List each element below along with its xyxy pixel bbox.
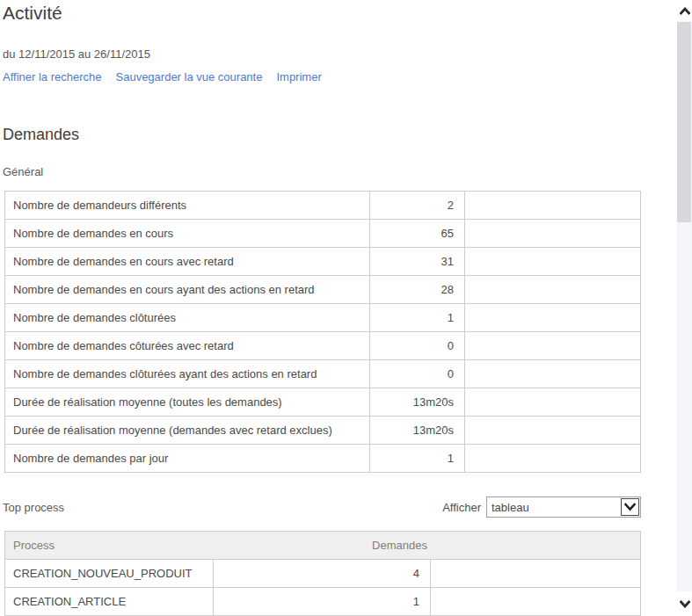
general-stats-table: Nombre de demandeurs différents2Nombre d… — [4, 191, 641, 473]
stat-value: 1 — [370, 304, 465, 331]
general-subheading: Général — [3, 165, 43, 178]
table-row: Nombre de demandes clôturées1 — [5, 304, 640, 332]
top-process-subheading: Top process — [3, 501, 64, 514]
scrollbar-thumb[interactable] — [677, 22, 691, 222]
chevron-down-icon[interactable] — [621, 498, 639, 516]
table-row: CREATION_NOUVEAU_PRODUIT4 — [5, 560, 640, 588]
stat-label: Nombre de demandes en cours avec retard — [5, 248, 370, 275]
display-mode-selected-value: tableau — [487, 501, 621, 514]
table-row: Nombre de demandeurs différents2 — [5, 192, 640, 220]
activity-report-page: Activité du 12/11/2015 au 26/11/2015 Aff… — [0, 0, 692, 616]
action-links: Affiner la recherche Sauvegarder la vue … — [3, 70, 322, 83]
empty-cell — [465, 192, 640, 219]
demandes-heading: Demandes — [3, 126, 79, 144]
stat-label: Nombre de demandeurs différents — [5, 192, 370, 219]
process-demandes-count: 4 — [214, 560, 431, 587]
table-row: Nombre de demandes côturées avec retard0 — [5, 332, 640, 360]
vertical-scrollbar[interactable] — [677, 0, 692, 616]
empty-cell — [465, 332, 640, 359]
empty-cell — [465, 417, 640, 444]
top-process-table-header: Process Demandes — [5, 532, 640, 560]
table-row: Nombre de demandes en cours ayant des ac… — [5, 276, 640, 304]
stat-label: Nombre de demandes clôturées — [5, 304, 370, 331]
stat-label: Nombre de demandes en cours — [5, 220, 370, 247]
stat-label: Durée de réalisation moyenne (demandes a… — [5, 417, 370, 444]
table-row: Nombre de demandes en cours65 — [5, 220, 640, 248]
empty-cell — [465, 304, 640, 331]
stat-value: 13m20s — [370, 388, 465, 416]
page-title: Activité — [3, 3, 62, 24]
empty-cell — [465, 276, 640, 303]
process-name: CREATION_ARTICLE — [5, 588, 214, 615]
stat-value: 31 — [370, 248, 465, 275]
stat-label: Durée de réalisation moyenne (toutes les… — [5, 388, 370, 416]
column-header-demandes: Demandes — [159, 539, 640, 552]
empty-cell — [465, 360, 640, 388]
empty-cell — [465, 445, 640, 472]
display-mode-label: Afficher — [442, 501, 481, 514]
display-mode-select[interactable]: tableau — [486, 496, 641, 518]
date-range: du 12/11/2015 au 26/11/2015 — [3, 47, 150, 61]
process-demandes-count: 1 — [214, 588, 431, 615]
process-name: CREATION_NOUVEAU_PRODUIT — [5, 560, 214, 587]
stat-value: 2 — [370, 192, 465, 219]
top-process-bar: Top process Afficher tableau — [3, 496, 641, 518]
empty-cell — [465, 220, 640, 247]
table-row: Durée de réalisation moyenne (demandes a… — [5, 417, 640, 445]
stat-label: Nombre de demandes clôturées ayant des a… — [5, 360, 370, 388]
stat-label: Nombre de demandes par jour — [5, 445, 370, 472]
table-row: Nombre de demandes en cours avec retard3… — [5, 248, 640, 276]
top-process-table: Process Demandes CREATION_NOUVEAU_PRODUI… — [4, 531, 641, 616]
empty-cell — [465, 388, 640, 416]
stat-label: Nombre de demandes côturées avec retard — [5, 332, 370, 359]
stat-value: 28 — [370, 276, 465, 303]
stat-value: 0 — [370, 360, 465, 388]
stat-label: Nombre de demandes en cours ayant des ac… — [5, 276, 370, 303]
save-current-view-link[interactable]: Sauvegarder la vue courante — [116, 70, 263, 83]
stat-value: 0 — [370, 332, 465, 359]
table-row: Nombre de demandes clôturées ayant des a… — [5, 360, 640, 388]
scrollbar-track[interactable] — [677, 21, 692, 591]
table-row: CREATION_ARTICLE1 — [5, 588, 640, 616]
stat-value: 65 — [370, 220, 465, 247]
print-link[interactable]: Imprimer — [276, 70, 321, 83]
stat-value: 13m20s — [370, 417, 465, 444]
scroll-up-icon[interactable] — [677, 0, 692, 21]
table-row: Durée de réalisation moyenne (toutes les… — [5, 388, 640, 417]
empty-cell — [431, 560, 640, 587]
refine-search-link[interactable]: Affiner la recherche — [3, 70, 102, 83]
stat-value: 1 — [370, 445, 465, 472]
empty-cell — [465, 248, 640, 275]
scroll-down-icon[interactable] — [677, 591, 692, 616]
table-row: Nombre de demandes par jour1 — [5, 445, 640, 473]
column-header-process: Process — [5, 539, 159, 552]
empty-cell — [431, 588, 640, 615]
